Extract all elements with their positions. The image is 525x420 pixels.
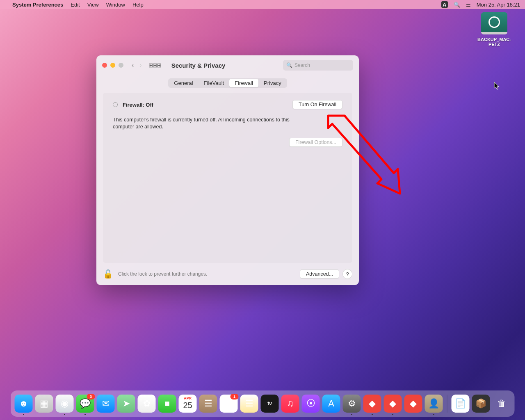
- dock-appstore[interactable]: A: [322, 395, 340, 413]
- dock-tv[interactable]: tv: [261, 395, 279, 413]
- window-footer: 🔓 Click the lock to prevent further chan…: [96, 263, 359, 285]
- help-button[interactable]: ?: [342, 269, 352, 279]
- dock-sysprefs[interactable]: ⚙: [343, 395, 361, 413]
- search-icon: 🔍: [286, 62, 292, 68]
- dock-podcasts[interactable]: ⦿: [302, 395, 320, 413]
- dock-photos[interactable]: ✿: [138, 395, 156, 413]
- mouse-cursor: [494, 82, 501, 92]
- dock-trash[interactable]: 🗑: [493, 395, 511, 413]
- tab-general[interactable]: General: [169, 79, 198, 87]
- minimize-button[interactable]: [110, 63, 115, 68]
- window-title: Security & Privacy: [171, 62, 226, 69]
- zoom-button: [119, 63, 123, 68]
- lock-text: Click the lock to prevent further change…: [118, 271, 207, 277]
- dock-divider: [447, 395, 447, 413]
- menu-help[interactable]: Help: [132, 2, 144, 8]
- menu-window[interactable]: Window: [106, 2, 125, 8]
- tabs: General FileVault Firewall Privacy: [96, 78, 359, 88]
- spotlight-icon[interactable]: 🔍: [454, 2, 460, 8]
- dock-anydesk1[interactable]: ◆: [363, 395, 381, 413]
- firewall-status-dot: [113, 102, 118, 107]
- dock-pkg[interactable]: 📦: [472, 395, 490, 413]
- search-input[interactable]: 🔍 Search: [283, 60, 353, 71]
- lock-icon[interactable]: 🔓: [103, 269, 113, 279]
- system-preferences-window: ‹ › ⊞⊞⊞ Security & Privacy 🔍 Search Gene…: [96, 55, 359, 285]
- tab-privacy[interactable]: Privacy: [258, 79, 287, 87]
- advanced-button[interactable]: Advanced...: [300, 269, 339, 278]
- close-button[interactable]: [102, 63, 107, 68]
- forward-button: ›: [139, 62, 142, 69]
- dock-doc[interactable]: 📄: [452, 395, 470, 413]
- titlebar: ‹ › ⊞⊞⊞ Security & Privacy 🔍 Search: [96, 55, 359, 75]
- dock-mail[interactable]: ✉: [97, 395, 115, 413]
- menu-edit[interactable]: Edit: [71, 2, 80, 8]
- search-placeholder: Search: [294, 62, 310, 68]
- desktop-drive[interactable]: BACKUP_MAC-PETZ: [476, 12, 513, 47]
- dock-messages[interactable]: 💬3: [76, 395, 94, 413]
- dock-contacts[interactable]: ☰: [199, 395, 217, 413]
- content-pane: Firewall: Off Turn On Firewall This comp…: [103, 93, 352, 263]
- dock-finder[interactable]: ☻: [15, 395, 33, 413]
- dock-launchpad[interactable]: ▦: [35, 395, 53, 413]
- time-machine-disk-icon: [481, 12, 507, 34]
- menubar: System Preferences Edit View Window Help…: [0, 0, 525, 9]
- dock-anydesk2[interactable]: ◆: [384, 395, 402, 413]
- dock-music[interactable]: ♫: [281, 395, 299, 413]
- control-center-icon[interactable]: ⚌: [466, 2, 471, 8]
- dock-reminders[interactable]: ☰1: [220, 395, 238, 413]
- back-button[interactable]: ‹: [132, 62, 134, 69]
- turn-on-firewall-button[interactable]: Turn On Firewall: [292, 100, 342, 109]
- desktop-drive-label: BACKUP_MAC-PETZ: [476, 37, 513, 47]
- tab-firewall[interactable]: Firewall: [229, 79, 258, 87]
- dock-anydesk3[interactable]: ◆: [404, 395, 422, 413]
- dock-calendar[interactable]: APR25: [179, 395, 197, 413]
- tab-filevault[interactable]: FileVault: [199, 79, 230, 87]
- dock-notes[interactable]: ☰: [240, 395, 258, 413]
- input-source-icon[interactable]: A: [441, 1, 448, 8]
- firewall-status-label: Firewall: Off: [123, 102, 153, 108]
- app-name[interactable]: System Preferences: [12, 2, 63, 8]
- dock: ☻▦◉💬3✉➤✿■APR25☰☰1☰tv♫⦿A⚙◆◆◆👤📄📦🗑: [11, 390, 515, 417]
- dock-maps[interactable]: ➤: [117, 395, 135, 413]
- clock[interactable]: Mon 25. Apr 18:21: [477, 2, 520, 8]
- menu-view[interactable]: View: [87, 2, 99, 8]
- firewall-description: This computer's firewall is currently tu…: [113, 116, 301, 130]
- dock-avatar[interactable]: 👤: [425, 395, 443, 413]
- dock-facetime[interactable]: ■: [158, 395, 176, 413]
- dock-safari[interactable]: ◉: [56, 395, 74, 413]
- show-all-button[interactable]: ⊞⊞⊞: [148, 62, 161, 68]
- firewall-options-button: Firewall Options...: [289, 138, 342, 147]
